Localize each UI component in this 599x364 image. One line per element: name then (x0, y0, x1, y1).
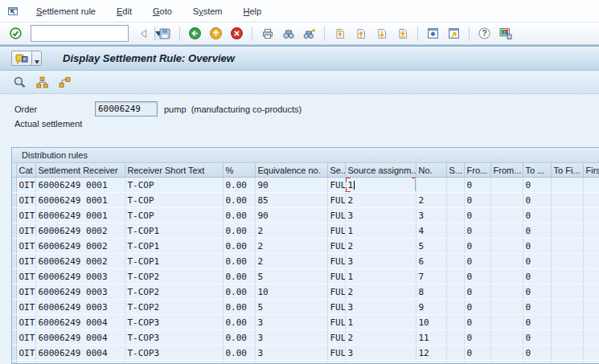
cell-s[interactable] (446, 284, 464, 300)
cell-empty[interactable] (464, 361, 490, 364)
cell-to[interactable]: 0 (523, 254, 551, 269)
customize-local-layout-button[interactable] (496, 24, 515, 43)
cell-receiver[interactable]: 60006249 0004 (35, 346, 125, 361)
cell-no[interactable]: 5 (416, 239, 446, 254)
cell-pct[interactable]: 0.00 (223, 300, 255, 315)
cell-short[interactable]: T-COP (125, 208, 223, 223)
cell-empty[interactable] (551, 361, 583, 364)
cell-s[interactable] (446, 239, 464, 254)
cell-empty[interactable] (125, 361, 223, 364)
cell-firs[interactable] (583, 208, 599, 223)
cell-tofi[interactable] (551, 208, 583, 223)
cell-cat[interactable]: OIT (16, 315, 35, 330)
menu-goto[interactable]: Goto (146, 4, 179, 18)
cell-no[interactable]: 7 (416, 269, 446, 284)
cell-src[interactable]: 3 (345, 300, 416, 315)
cell-short[interactable]: T-COP (125, 178, 223, 193)
cell-pct[interactable]: 0.00 (223, 239, 255, 254)
column-header-s[interactable]: S... (446, 163, 464, 178)
cell-short[interactable]: T-COP2 (125, 269, 223, 284)
cancel-button[interactable] (228, 24, 246, 43)
cell-src[interactable]: 1 (345, 178, 416, 193)
next-page-button[interactable] (372, 24, 391, 43)
cell-receiver[interactable]: 60006249 0004 (35, 330, 125, 346)
previous-page-button[interactable] (351, 24, 370, 43)
cell-no[interactable]: 6 (416, 254, 446, 269)
cell-tofi[interactable] (551, 239, 583, 254)
cell-short[interactable]: T-COP1 (125, 239, 223, 254)
cell-firs[interactable] (583, 223, 599, 239)
cell-cat[interactable]: OIT (16, 223, 35, 239)
new-session-button[interactable] (424, 24, 442, 43)
cell-fro[interactable]: 0 (464, 178, 490, 193)
cell-no[interactable]: 9 (416, 300, 446, 315)
cell-pct[interactable]: 0.00 (223, 178, 255, 193)
cell-firs[interactable] (583, 315, 599, 330)
cell-from[interactable] (490, 315, 523, 330)
column-header-to[interactable]: To ... (523, 163, 551, 178)
choose-detail-button[interactable] (10, 73, 29, 92)
command-field[interactable] (31, 25, 129, 42)
cell-tofi[interactable] (551, 346, 583, 361)
cell-se[interactable]: FUL (327, 284, 345, 300)
cell-short[interactable]: T-COP2 (125, 300, 223, 315)
cell-fro[interactable]: 0 (464, 269, 490, 284)
cell-tofi[interactable] (551, 269, 583, 284)
cell-from[interactable] (490, 223, 523, 239)
column-header-firs[interactable]: Firs (583, 163, 599, 178)
cell-empty[interactable] (416, 361, 446, 364)
cell-se[interactable]: FUL (327, 239, 345, 254)
cell-se[interactable]: FUL (327, 346, 345, 361)
cell-equiv[interactable]: 10 (255, 284, 327, 300)
window-menu-button[interactable] (5, 4, 21, 18)
menu-edit[interactable]: Edit (109, 4, 139, 18)
cell-s[interactable] (446, 269, 464, 284)
cell-empty[interactable] (16, 361, 35, 364)
hierarchy-button[interactable] (33, 73, 51, 92)
cell-tofi[interactable] (551, 284, 583, 300)
cell-from[interactable] (490, 193, 523, 208)
cell-tofi[interactable] (551, 223, 583, 239)
cell-receiver[interactable]: 60006249 0002 (35, 254, 125, 269)
cell-equiv[interactable]: 2 (255, 239, 327, 254)
cell-to[interactable]: 0 (523, 330, 551, 346)
cell-to[interactable]: 0 (523, 300, 551, 315)
cell-firs[interactable] (583, 300, 599, 315)
cell-no[interactable] (416, 178, 446, 193)
cell-pct[interactable]: 0.00 (223, 330, 255, 346)
cell-firs[interactable] (583, 269, 599, 284)
cell-to[interactable]: 0 (523, 269, 551, 284)
column-header-src[interactable]: Source assignm... (345, 163, 416, 178)
cell-tofi[interactable] (551, 254, 583, 269)
cell-equiv[interactable]: 85 (255, 193, 327, 208)
cell-equiv[interactable]: 3 (255, 330, 327, 346)
cell-fro[interactable]: 0 (464, 315, 490, 330)
cell-s[interactable] (446, 223, 464, 239)
cell-cat[interactable]: OIT (16, 300, 35, 315)
cell-s[interactable] (446, 330, 464, 346)
cell-from[interactable] (490, 239, 523, 254)
cell-receiver[interactable]: 60006249 0003 (35, 269, 125, 284)
column-header-from[interactable]: From... (490, 163, 523, 178)
cell-se[interactable]: FUL (327, 330, 345, 346)
cell-tofi[interactable] (551, 300, 583, 315)
cell-empty[interactable] (446, 361, 464, 364)
cell-src[interactable]: 2 (345, 284, 416, 300)
cell-s[interactable] (446, 193, 464, 208)
cell-firs[interactable] (583, 193, 599, 208)
save-button[interactable] (155, 24, 174, 43)
cell-to[interactable]: 0 (523, 346, 551, 361)
cell-src[interactable]: 1 (345, 223, 416, 239)
cell-equiv[interactable]: 2 (255, 254, 327, 269)
cell-fro[interactable]: 0 (464, 284, 490, 300)
cell-firs[interactable] (583, 284, 599, 300)
cell-pct[interactable]: 0.00 (223, 269, 255, 284)
cell-no[interactable]: 4 (416, 223, 446, 239)
cell-se[interactable]: FUL (327, 300, 345, 315)
cell-firs[interactable] (583, 178, 599, 193)
cell-receiver[interactable]: 60006249 0004 (35, 315, 125, 330)
cell-equiv[interactable]: 90 (255, 178, 327, 193)
column-header-equiv[interactable]: Equivalence no. (255, 163, 327, 178)
cell-pct[interactable]: 0.00 (223, 346, 255, 361)
cell-receiver[interactable]: 60006249 0002 (35, 223, 125, 239)
